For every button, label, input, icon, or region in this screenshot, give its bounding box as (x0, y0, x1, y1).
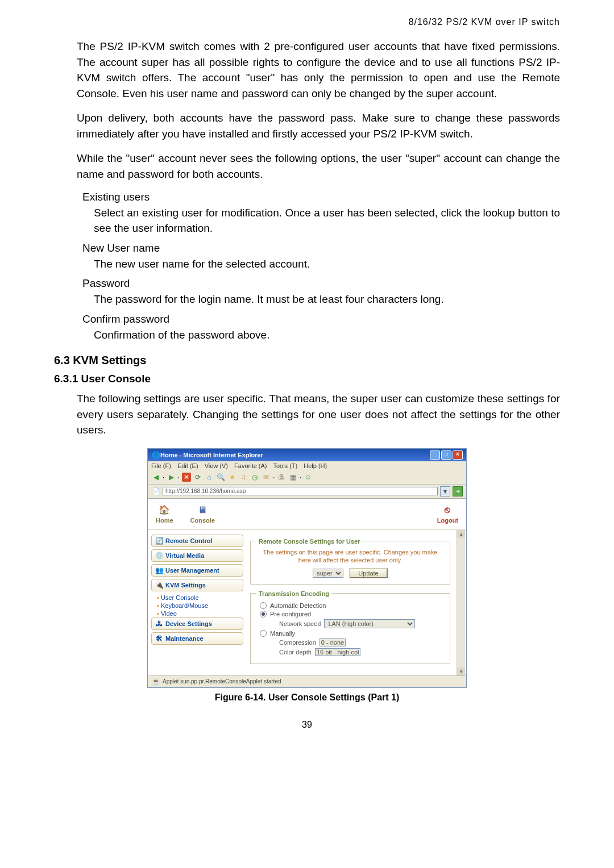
option-automatic[interactable]: Automatic Detection (260, 602, 444, 609)
print-icon[interactable]: 🖶 (277, 473, 286, 482)
nav-console[interactable]: 🖥 Console (190, 504, 215, 524)
window-title: Home - Microsoft Internet Explorer (160, 452, 263, 458)
app-header: 🏠 Home 🖥 Console ⎋ Logout (148, 499, 466, 530)
screenshot-window: 🌐 Home - Microsoft Internet Explorer _ □… (147, 448, 467, 688)
scrollbar[interactable]: ▴ ▾ (457, 530, 465, 675)
nav-logout-label: Logout (437, 517, 458, 524)
color-depth-select: 16 bit - high col (315, 648, 361, 656)
dropdown-icon[interactable]: ▾ (440, 486, 450, 496)
users-icon: 👥 (155, 566, 163, 574)
applet-icon: ☕ (151, 677, 160, 686)
intro-para-3: While the "user" account never sees the … (77, 151, 560, 182)
remote-icon: 🔄 (155, 537, 163, 545)
running-header: 8/16/32 PS/2 KVM over IP switch (54, 17, 560, 27)
wrench-icon: 🛠 (155, 635, 163, 642)
stop-icon[interactable]: ✕ (182, 473, 191, 482)
option-manually[interactable]: Manually (260, 630, 444, 637)
radio-icon[interactable] (260, 630, 267, 637)
sidebar-item-maintenance[interactable]: 🛠 Maintenance (151, 632, 243, 645)
update-button[interactable]: Update (349, 568, 387, 578)
search-icon[interactable]: 🔍 (216, 473, 225, 482)
figure-caption: Figure 6-14. User Console Settings (Part… (54, 692, 560, 703)
status-text: Applet sun.pp.pr.RemoteConsoleApplet sta… (163, 678, 281, 685)
window-titlebar[interactable]: 🌐 Home - Microsoft Internet Explorer _ □… (148, 449, 466, 461)
scroll-up-icon[interactable]: ▴ (457, 530, 465, 538)
user-select[interactable]: super (313, 569, 343, 578)
sidebar-item-kvm-settings[interactable]: 🔌 KVM Settings (151, 579, 243, 591)
maximize-button[interactable]: □ (441, 450, 451, 460)
radio-icon[interactable] (260, 602, 267, 609)
menu-tools[interactable]: Tools (T) (273, 462, 297, 469)
menubar[interactable]: File (F) Edit (E) View (V) Favorite (A) … (148, 461, 466, 470)
menu-edit[interactable]: Edit (E) (177, 462, 198, 469)
nav-console-label: Console (190, 517, 215, 524)
home-large-icon: 🏠 (158, 504, 171, 516)
refresh-icon[interactable]: ⟳ (193, 473, 202, 482)
page-number: 39 (54, 720, 560, 730)
forward-icon[interactable]: ▶ (167, 473, 176, 482)
intro-para-2: Upon delivery, both accounts have the pa… (77, 110, 560, 141)
sidebar-item-device-settings[interactable]: 🖧 Device Settings (151, 617, 243, 630)
fieldset-transmission-encoding: Transmission Encoding Automatic Detectio… (250, 590, 450, 664)
term-password: Password (82, 277, 560, 290)
network-speed-label: Network speed (279, 620, 321, 627)
term-confirm-desc: Confirmation of the password above. (94, 328, 560, 343)
sidebar-sub-user-console[interactable]: User Console (151, 594, 243, 602)
mail-icon[interactable]: ✉ (262, 473, 271, 482)
sidebar-sub-keyboard-mouse[interactable]: Keyboard/Mouse (151, 602, 243, 610)
subsection-heading: 6.3.1 User Console (54, 373, 560, 385)
sidebar-item-remote-control[interactable]: 🔄 Remote Control (151, 535, 243, 547)
compression-select: 0 - none (320, 639, 346, 646)
term-new-user: New User name (82, 242, 560, 254)
network-speed-select[interactable]: LAN (high color) (324, 619, 415, 628)
radio-icon[interactable] (260, 611, 267, 617)
address-input[interactable]: http://192.168.10.236/home.asp (163, 487, 438, 495)
home-icon[interactable]: ⌂ (205, 473, 214, 482)
main-panel: Remote Console Settings for User The set… (247, 530, 466, 675)
menu-view[interactable]: View (V) (205, 462, 228, 469)
favorites-icon[interactable]: ★ (227, 473, 237, 482)
address-bar: 📄 http://192.168.10.236/home.asp ▾ ➔ (148, 485, 466, 499)
subsection-para: The following settings are user specific… (77, 391, 560, 438)
sidebar-item-user-management[interactable]: 👥 User Management (151, 564, 243, 577)
sidebar-sub-video[interactable]: Video (151, 610, 243, 617)
logout-icon: ⎋ (441, 504, 454, 516)
toolbar: ◀ · ▶ · ✕ ⟳ ⌂ 🔍 ★ ♫ ◷ ✉ · 🖶 ▦ · ☺ (148, 470, 466, 485)
menu-favorite[interactable]: Favorite (A) (234, 462, 267, 469)
term-existing-users: Existing users (82, 191, 560, 203)
ie-icon: 🌐 (151, 450, 160, 460)
kvm-icon: 🔌 (155, 581, 163, 589)
panel-description: The settings on this page are user speci… (256, 548, 444, 565)
edit-icon[interactable]: ▦ (288, 473, 297, 482)
sidebar: 🔄 Remote Control 💿 Virtual Media 👥 User … (148, 530, 247, 675)
messenger-icon[interactable]: ☺ (304, 473, 313, 482)
nav-home[interactable]: 🏠 Home (156, 504, 173, 524)
legend-transmission: Transmission Encoding (256, 590, 331, 597)
option-preconfigured[interactable]: Pre-configured (260, 611, 444, 617)
status-bar: ☕ Applet sun.pp.pr.RemoteConsoleApplet s… (148, 675, 466, 687)
go-button[interactable]: ➔ (453, 486, 463, 496)
color-depth-label: Color depth (279, 649, 312, 656)
close-button[interactable]: × (453, 450, 463, 460)
page-icon: 📄 (151, 487, 160, 496)
media-icon[interactable]: ♫ (239, 473, 248, 482)
legend-remote-settings: Remote Console Settings for User (256, 538, 362, 545)
intro-para-1: The PS/2 IP-KVM switch comes with 2 pre-… (77, 39, 560, 101)
menu-file[interactable]: File (F) (151, 462, 171, 469)
fieldset-remote-console-settings: Remote Console Settings for User The set… (250, 538, 450, 585)
compression-label: Compression (279, 639, 316, 646)
console-icon: 🖥 (196, 504, 209, 516)
media-disk-icon: 💿 (155, 552, 163, 560)
sidebar-item-virtual-media[interactable]: 💿 Virtual Media (151, 549, 243, 562)
section-heading: 6.3 KVM Settings (54, 354, 560, 367)
scroll-down-icon[interactable]: ▾ (457, 667, 465, 675)
history-icon[interactable]: ◷ (250, 473, 259, 482)
term-existing-users-desc: Select an existing user for modification… (94, 206, 560, 236)
term-password-desc: The password for the login name. It must… (94, 292, 560, 307)
menu-help[interactable]: Help (H) (304, 462, 327, 469)
minimize-button[interactable]: _ (430, 450, 440, 460)
nav-logout[interactable]: ⎋ Logout (437, 504, 458, 524)
nav-home-label: Home (156, 517, 173, 524)
term-confirm: Confirm password (82, 313, 560, 326)
back-icon[interactable]: ◀ (151, 473, 160, 482)
